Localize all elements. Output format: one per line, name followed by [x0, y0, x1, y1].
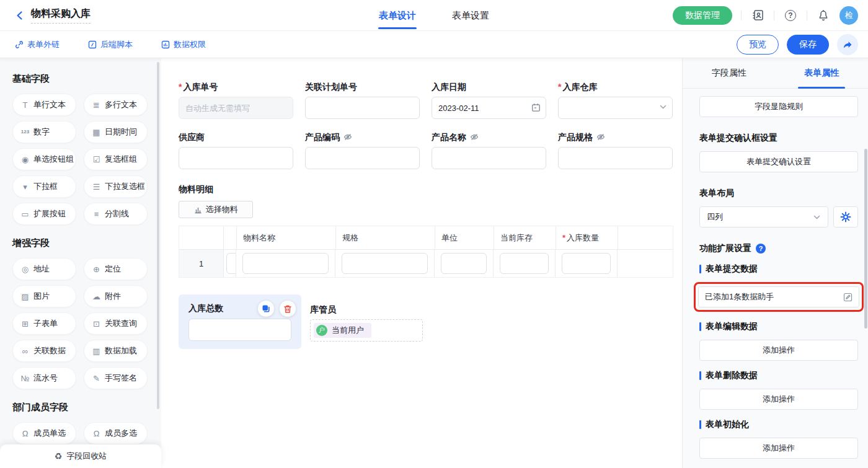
edit-icon[interactable]: [843, 293, 852, 302]
field-type-dropdown[interactable]: ▾下拉框: [12, 175, 76, 198]
tab-form-properties[interactable]: 表单属性: [776, 58, 868, 88]
field-type-label: 日期时间: [105, 126, 137, 138]
field-inbound-date[interactable]: 入库日期: [432, 82, 546, 119]
field-product-spec[interactable]: 产品规格: [558, 132, 673, 169]
user-avatar[interactable]: 检: [839, 6, 858, 25]
field-inbound-total-selected[interactable]: 入库总数: [179, 294, 301, 349]
divider: [741, 11, 742, 20]
date-input[interactable]: [432, 97, 546, 119]
blue-bar-marker: [699, 322, 701, 331]
extension-groups: 表单提交数据已添加1条数据助手表单编辑数据添加操作表单删除数据添加操作表单初始化…: [699, 263, 858, 468]
field-type-location[interactable]: ⊕定位: [84, 258, 148, 280]
field-type-handwritten-signature[interactable]: ✎手写签名: [84, 367, 148, 389]
supplier-input[interactable]: [179, 147, 293, 169]
submit-confirm-settings-button[interactable]: 表单提交确认设置: [699, 151, 858, 172]
field-type-datetime[interactable]: ▦日期时间: [84, 121, 148, 143]
toolbar-links: 表单外链 后端脚本 数据权限: [15, 39, 206, 50]
add-action-button-form-init[interactable]: 添加操作: [699, 438, 858, 459]
field-type-radio-group[interactable]: ◉单选按钮组: [12, 148, 76, 170]
field-type-subform[interactable]: ⊞子表单: [12, 312, 76, 335]
product-spec-input[interactable]: [558, 147, 673, 169]
tab-form-settings[interactable]: 表单设置: [452, 0, 489, 31]
tab-form-design[interactable]: 表单设计: [379, 0, 416, 31]
back-icon[interactable]: [14, 9, 26, 22]
product-name-input[interactable]: [432, 147, 546, 169]
product-code-input[interactable]: [305, 147, 420, 169]
delete-field-button[interactable]: [280, 301, 296, 317]
data-permission[interactable]: 数据权限: [161, 39, 206, 50]
layout-select[interactable]: 四列: [699, 206, 828, 227]
field-visibility-rules-button[interactable]: 字段显隐规则: [699, 96, 858, 117]
field-inbound-order-no[interactable]: * 入库单号: [179, 82, 293, 119]
add-action-button-edit-data[interactable]: 添加操作: [699, 340, 858, 361]
window-scrollbar[interactable]: [864, 149, 867, 329]
inbound-total-input[interactable]: [188, 319, 291, 341]
subform-col-unit: 单位: [435, 226, 494, 249]
order-no-input[interactable]: [179, 97, 293, 119]
subform-input-inbound-qty[interactable]: [562, 253, 611, 274]
field-type-image[interactable]: ▨图片: [12, 285, 76, 307]
form-external-link[interactable]: 表单外链: [15, 39, 60, 50]
field-type-number[interactable]: 123数字: [12, 121, 76, 143]
field-type-member-multi[interactable]: Ω成员多选: [84, 422, 148, 444]
field-type-checkbox-group[interactable]: ☑复选框组: [84, 148, 148, 170]
field-type-linked-data[interactable]: ∞关联数据: [12, 340, 76, 362]
manager-value-box[interactable]: 户 当前用户: [310, 319, 423, 342]
field-type-linked-query[interactable]: ⊡关联查询: [84, 312, 148, 335]
field-type-label: 成员多选: [105, 428, 137, 439]
add-action-button-delete-data[interactable]: 添加操作: [699, 389, 858, 410]
field-type-divider[interactable]: ≡分割线: [84, 203, 148, 225]
backend-script[interactable]: 后端脚本: [88, 39, 133, 50]
sidebar-section-title: 增强字段: [12, 237, 161, 249]
share-button[interactable]: [837, 34, 858, 55]
extension-value-submit-data[interactable]: 已添加1条数据助手: [698, 286, 859, 307]
attachment-icon: ☁: [92, 293, 101, 301]
field-product-code[interactable]: 产品编码: [305, 132, 420, 169]
contacts-icon[interactable]: [750, 8, 765, 23]
data-load-icon: ▥: [92, 347, 101, 355]
notification-bell-icon[interactable]: [816, 8, 831, 23]
field-label: 供应商: [179, 132, 205, 142]
subform-table: 物料名称规格单位当前库存*入库数量 1: [179, 226, 673, 278]
field-type-address[interactable]: ◎地址: [12, 258, 76, 280]
copy-field-button[interactable]: [258, 301, 274, 317]
field-type-member-single[interactable]: Ω成员单选: [12, 422, 76, 444]
subform-input-unit[interactable]: [441, 253, 487, 274]
field-plan-no[interactable]: 关联计划单号: [305, 82, 420, 119]
sidebar-scrollbar[interactable]: [157, 62, 159, 409]
help-icon[interactable]: ?: [756, 244, 766, 254]
field-type-multi-line-text[interactable]: ≣多行文本: [84, 94, 148, 116]
data-manage-button[interactable]: 数据管理: [673, 6, 732, 25]
field-type-single-line-text[interactable]: T单行文本: [12, 94, 76, 116]
field-type-serial-number[interactable]: №流水号: [12, 367, 76, 389]
chart-icon: [194, 206, 202, 214]
tab-field-properties[interactable]: 字段属性: [683, 58, 776, 88]
select-material-button[interactable]: 选择物料: [179, 201, 253, 218]
field-supplier[interactable]: 供应商: [179, 132, 293, 169]
save-button[interactable]: 保存: [787, 35, 829, 55]
subform-input-current-stock[interactable]: [500, 253, 549, 274]
subform-input-partial[interactable]: [226, 253, 236, 274]
plan-no-input[interactable]: [305, 97, 420, 119]
field-type-attachment[interactable]: ☁附件: [84, 285, 148, 307]
field-type-extend-button[interactable]: ▭扩展按钮: [12, 203, 76, 225]
header-tabs: 表单设计 表单设置: [379, 0, 489, 31]
eye-off-icon: [470, 133, 479, 141]
submit-confirm-section-title: 表单提交确认框设置: [699, 133, 858, 144]
field-type-dropdown-multi[interactable]: ☰下拉复选框: [84, 175, 148, 198]
preview-button[interactable]: 预览: [737, 35, 779, 55]
warehouse-select[interactable]: [558, 97, 673, 119]
field-type-data-load[interactable]: ▥数据加载: [84, 340, 148, 362]
subform-input-spec[interactable]: [342, 253, 428, 274]
field-product-name[interactable]: 产品名称: [432, 132, 546, 169]
layout-settings-button[interactable]: [833, 206, 858, 227]
field-warehouse[interactable]: * 入库仓库: [558, 82, 673, 119]
help-icon[interactable]: ?: [783, 8, 798, 23]
subform-input-material-name[interactable]: [242, 253, 329, 274]
field-type-label: 子表单: [33, 318, 58, 329]
field-warehouse-manager[interactable]: 库管员 户 当前用户: [310, 294, 425, 349]
form-title[interactable]: 物料采购入库: [31, 7, 91, 24]
field-recycle-bin[interactable]: ♻ 字段回收站: [0, 444, 161, 468]
top-header: 物料采购入库 表单设计 表单设置 数据管理 ?: [0, 0, 868, 31]
share-arrow-icon: [843, 40, 852, 49]
